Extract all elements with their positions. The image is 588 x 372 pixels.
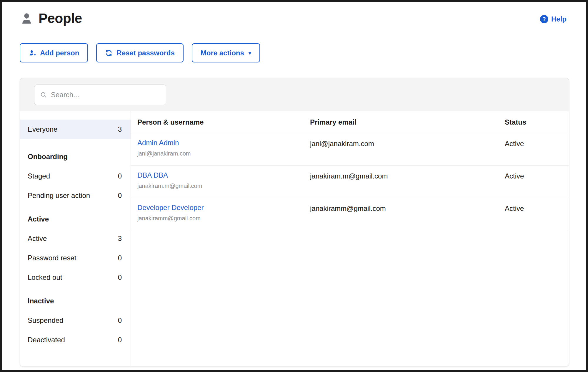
column-header-person: Person & username <box>137 118 310 126</box>
sidebar-item-deactivated[interactable]: Deactivated 0 <box>20 330 131 350</box>
person-cell: DBA DBA janakiram.m@gmail.com <box>137 166 310 198</box>
sidebar-item-count: 0 <box>118 336 122 344</box>
person-cell: Admin Admin jani@janakiram.com <box>137 133 310 165</box>
status-cell: Active <box>505 133 569 165</box>
person-icon <box>20 11 34 25</box>
search-strip <box>20 78 569 111</box>
person-name-link[interactable]: Admin Admin <box>137 139 179 147</box>
sidebar-item-label: Deactivated <box>28 336 65 344</box>
sidebar-item-count: 0 <box>118 273 122 282</box>
more-actions-button[interactable]: More actions ▾ <box>192 43 260 62</box>
sidebar-item-suspended[interactable]: Suspended 0 <box>20 311 131 330</box>
primary-email-cell: janakiram.m@gmail.com <box>310 166 505 198</box>
sidebar-item-count: 0 <box>118 316 122 325</box>
chevron-down-icon: ▾ <box>249 50 251 56</box>
more-actions-label: More actions <box>201 49 244 57</box>
help-link[interactable]: ? Help <box>540 15 567 23</box>
table-row: DBA DBA janakiram.m@gmail.com janakiram.… <box>131 166 569 198</box>
sidebar-item-count: 0 <box>118 191 122 200</box>
sidebar-item-label: Pending user action <box>28 191 90 200</box>
column-header-email: Primary email <box>310 118 505 126</box>
panel-body: Everyone 3 Onboarding Staged 0 Pending u… <box>20 111 569 366</box>
table-row: Admin Admin jani@janakiram.com jani@jana… <box>131 133 569 166</box>
table-row: Developer Developer janakiramm@gmail.com… <box>131 198 569 230</box>
page-header: People ? Help <box>2 2 586 26</box>
primary-email-cell: janakiramm@gmail.com <box>310 198 505 230</box>
sidebar-item-everyone[interactable]: Everyone 3 <box>20 120 131 139</box>
sidebar-item-pending-user-action[interactable]: Pending user action 0 <box>20 186 131 205</box>
reset-passwords-label: Reset passwords <box>116 49 174 57</box>
sidebar-item-staged[interactable]: Staged 0 <box>20 166 131 186</box>
sidebar-item-label: Suspended <box>28 316 63 325</box>
search-input[interactable] <box>51 91 160 99</box>
sidebar-item-count: 0 <box>118 172 122 180</box>
add-person-label: Add person <box>40 49 79 57</box>
sidebar-section-active: Active <box>20 209 131 229</box>
sidebar-item-password-reset[interactable]: Password reset 0 <box>20 248 131 268</box>
toolbar: Add person Reset passwords More actions … <box>20 43 586 62</box>
person-username: jani@janakiram.com <box>137 150 310 157</box>
people-filter-sidebar: Everyone 3 Onboarding Staged 0 Pending u… <box>20 111 131 366</box>
person-username: janakiram.m@gmail.com <box>137 183 310 189</box>
sidebar-item-label: Staged <box>28 172 50 180</box>
sidebar-item-count: 3 <box>118 125 122 133</box>
sidebar-item-label: Everyone <box>28 125 57 133</box>
add-person-icon <box>29 49 36 57</box>
help-icon: ? <box>540 15 548 23</box>
add-person-button[interactable]: Add person <box>20 43 88 62</box>
status-cell: Active <box>505 198 569 230</box>
table-header: Person & username Primary email Status <box>131 111 569 133</box>
sidebar-item-active[interactable]: Active 3 <box>20 229 131 248</box>
person-cell: Developer Developer janakiramm@gmail.com <box>137 198 310 230</box>
title-wrap: People <box>20 10 82 26</box>
person-name-link[interactable]: Developer Developer <box>137 204 204 212</box>
sidebar-item-locked-out[interactable]: Locked out 0 <box>20 268 131 287</box>
sidebar-item-label: Password reset <box>28 254 76 262</box>
sidebar-section-onboarding: Onboarding <box>20 147 131 166</box>
person-username: janakiramm@gmail.com <box>137 215 310 222</box>
sidebar-item-label: Locked out <box>28 273 62 282</box>
column-header-status: Status <box>505 118 569 126</box>
page-title: People <box>39 10 82 26</box>
search-box[interactable] <box>34 85 166 105</box>
people-panel: Everyone 3 Onboarding Staged 0 Pending u… <box>20 78 569 366</box>
sidebar-section-inactive: Inactive <box>20 291 131 311</box>
sidebar-item-count: 0 <box>118 254 122 262</box>
search-icon <box>40 91 47 98</box>
sidebar-item-count: 3 <box>118 234 122 243</box>
reset-icon <box>105 49 113 57</box>
person-name-link[interactable]: DBA DBA <box>137 171 168 179</box>
help-label: Help <box>551 15 567 23</box>
reset-passwords-button[interactable]: Reset passwords <box>96 43 183 62</box>
primary-email-cell: jani@janakiram.com <box>310 133 505 165</box>
page-frame: People ? Help Add person Reset passwords <box>0 0 588 372</box>
sidebar-item-label: Active <box>28 234 47 243</box>
status-cell: Active <box>505 166 569 198</box>
people-table: Person & username Primary email Status A… <box>131 111 569 366</box>
